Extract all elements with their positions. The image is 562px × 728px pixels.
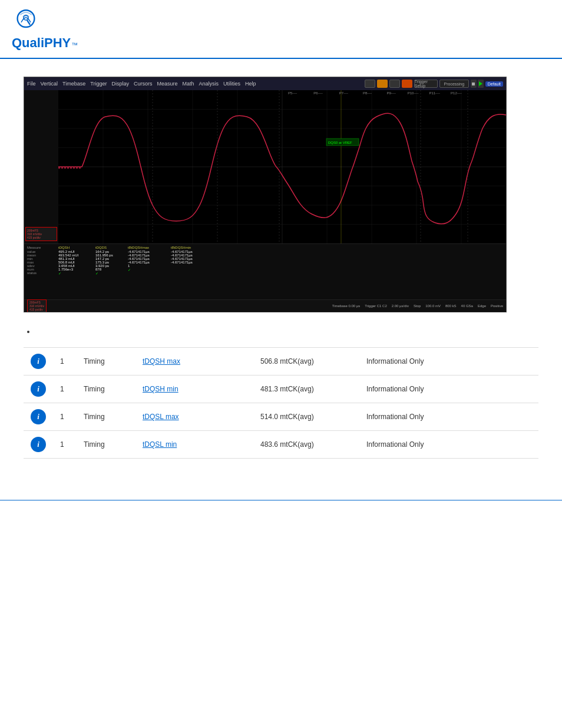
results-table: i 1 Timing tDQSH max 506.8 mtCK(avg) Inf… bbox=[24, 347, 538, 459]
tdqsh-col: tDQSH 495.2 mUI 493.542 mUI 481.3 mUI 50… bbox=[58, 246, 92, 298]
osc-status-info: Timebase 0.00 µs Trigger C1 C2 2.00 µs/d… bbox=[332, 304, 503, 308]
table-row: i 1 Timing tDQSH min 481.3 mtCK(avg) Inf… bbox=[24, 375, 538, 403]
row-test-cell[interactable]: tDQSL max bbox=[135, 403, 253, 431]
osc-channel-box: 200mFS 310 mV/div 415 ps/div bbox=[27, 299, 47, 312]
row-result-cell: 481.3 mtCK(avg) bbox=[253, 375, 359, 403]
trigger-setup-btn[interactable]: Trigger Setup bbox=[414, 80, 438, 88]
osc-menu: File Vertical Timebase Trigger Display C… bbox=[27, 81, 365, 87]
mv-info: 100.0 mV bbox=[425, 304, 441, 308]
menu-measure[interactable]: Measure bbox=[157, 81, 177, 87]
menu-math[interactable]: Math bbox=[182, 81, 194, 87]
tdqshmax-col: tBtDQSHmax -4.6714171µs -4.6714171µs -4.… bbox=[128, 246, 168, 298]
row-test-cell[interactable]: tDQSH min bbox=[135, 375, 253, 403]
test-link[interactable]: tDQSL min bbox=[143, 440, 177, 449]
row-number-cell: 1 bbox=[53, 348, 77, 375]
osc-btn-1[interactable] bbox=[365, 80, 375, 88]
page-footer bbox=[0, 500, 562, 510]
info-icon: i bbox=[31, 381, 46, 397]
row-status-cell: Informational Only bbox=[359, 375, 538, 403]
gsa-info: 40 GSa bbox=[461, 304, 473, 308]
play-btn[interactable] bbox=[478, 80, 484, 88]
bullet-list bbox=[24, 327, 538, 335]
row-status-cell: Informational Only bbox=[359, 431, 538, 459]
page-header: QualiPHY ™ bbox=[0, 0, 562, 59]
menu-file[interactable]: File bbox=[27, 81, 36, 87]
grid-svg: DQS0 at VREF bbox=[58, 90, 506, 243]
positive-info: Positive bbox=[491, 304, 503, 308]
row-result-cell: 514.0 mtCK(avg) bbox=[253, 403, 359, 431]
sample-rate: 800 kS bbox=[445, 304, 457, 308]
row-test-cell[interactable]: tDQSL min bbox=[135, 431, 253, 459]
menu-vertical[interactable]: Vertical bbox=[41, 81, 58, 87]
osc-btn-4[interactable] bbox=[402, 80, 412, 88]
row-category-cell: Timing bbox=[77, 348, 135, 375]
info-icon: i bbox=[31, 354, 46, 369]
row-status-cell: Informational Only bbox=[359, 403, 538, 431]
row-category-cell: Timing bbox=[77, 431, 135, 459]
table-row: i 1 Timing tDQSL max 514.0 mtCK(avg) Inf… bbox=[24, 403, 538, 431]
processing-btn[interactable]: Processing bbox=[439, 80, 469, 88]
logo-trademark: ™ bbox=[71, 41, 78, 48]
row-category-cell: Timing bbox=[77, 403, 135, 431]
waveform-screen: DQS0 at VREF P5---- P6---- P7---- P8----… bbox=[58, 90, 506, 243]
row-icon-cell: i bbox=[24, 375, 53, 403]
row-icon-cell: i bbox=[24, 348, 53, 375]
row-result-cell: 506.8 mtCK(avg) bbox=[253, 348, 359, 375]
row-icon-cell: i bbox=[24, 403, 53, 431]
info-icon: i bbox=[31, 409, 46, 424]
bullet-item bbox=[35, 327, 538, 335]
row-number-cell: 1 bbox=[53, 431, 77, 459]
row-number-cell: 1 bbox=[53, 375, 77, 403]
ch-status-box: 200mFS 310 mV/div 415 ps/div bbox=[25, 227, 57, 241]
qualiphy-logo-icon bbox=[12, 7, 40, 35]
test-link[interactable]: tDQSH max bbox=[143, 357, 180, 365]
play-controls bbox=[471, 80, 484, 88]
time-div: 2.00 µs/div bbox=[392, 304, 409, 308]
measure-labels-col: Measure value mean min max sdev num stat… bbox=[27, 246, 55, 298]
menu-trigger[interactable]: Trigger bbox=[90, 81, 107, 87]
menu-cursors[interactable]: Cursors bbox=[134, 81, 153, 87]
osc-status-bar: 200mFS 310 mV/div 415 ps/div Timebase 0.… bbox=[24, 299, 506, 311]
table-row: i 1 Timing tDQSL min 483.6 mtCK(avg) Inf… bbox=[24, 431, 538, 459]
menu-timebase[interactable]: Timebase bbox=[62, 81, 85, 87]
stop-info: Stop bbox=[414, 304, 421, 308]
osc-measurement-panel: Measure value mean min max sdev num stat… bbox=[24, 243, 506, 299]
main-content: File Vertical Timebase Trigger Display C… bbox=[0, 59, 562, 476]
info-icon: i bbox=[31, 437, 46, 452]
trigger-info: Trigger C1 C2 bbox=[365, 304, 386, 308]
test-link[interactable]: tDQSL max bbox=[143, 413, 179, 421]
dqs-label: DQS0 at VREF bbox=[328, 141, 352, 144]
ch-ps: 415 ps/div bbox=[27, 236, 55, 239]
osc-btn-2[interactable] bbox=[377, 80, 388, 88]
menu-analysis[interactable]: Analysis bbox=[199, 81, 219, 87]
stop-btn[interactable] bbox=[471, 80, 477, 88]
oscilloscope-display: File Vertical Timebase Trigger Display C… bbox=[24, 77, 507, 312]
osc-screen-area: 200mFS 310 mV/div 415 ps/div bbox=[24, 90, 506, 243]
osc-btn-3[interactable] bbox=[389, 80, 400, 88]
osc-toolbar-buttons: Trigger Setup Processing Default bbox=[365, 80, 503, 88]
osc-channel-info: 200mFS 310 mV/div 415 ps/div bbox=[24, 90, 58, 243]
row-number-cell: 1 bbox=[53, 403, 77, 431]
row-result-cell: 483.6 mtCK(avg) bbox=[253, 431, 359, 459]
row-category-cell: Timing bbox=[77, 375, 135, 403]
p-labels: P5---- P6---- P7---- P8---- P9---- P10--… bbox=[58, 91, 506, 95]
osc-toolbar: File Vertical Timebase Trigger Display C… bbox=[24, 77, 506, 90]
timebase-info: Timebase 0.00 µs bbox=[332, 304, 361, 308]
menu-display[interactable]: Display bbox=[111, 81, 129, 87]
tdqds-col: tDQDS 164.2 ps 161.956 ps 147.2 ps 175.3… bbox=[95, 246, 125, 298]
logo-area: QualiPHY ™ bbox=[12, 7, 78, 51]
default-label: Default bbox=[485, 81, 503, 87]
table-row: i 1 Timing tDQSH max 506.8 mtCK(avg) Inf… bbox=[24, 348, 538, 375]
tdqshmin-col: tBtDQSHmin -4.6714171µs -4.6714171µs -4.… bbox=[171, 246, 211, 298]
row-status-cell: Informational Only bbox=[359, 348, 538, 375]
edge-info: Edge bbox=[478, 304, 486, 308]
bullet-section bbox=[24, 327, 538, 335]
row-icon-cell: i bbox=[24, 431, 53, 459]
menu-help[interactable]: Help bbox=[245, 81, 256, 87]
logo-text: QualiPHY bbox=[12, 35, 71, 51]
test-link[interactable]: tDQSH min bbox=[143, 385, 178, 393]
row-test-cell[interactable]: tDQSH max bbox=[135, 348, 253, 375]
menu-utilities[interactable]: Utilities bbox=[223, 81, 240, 87]
